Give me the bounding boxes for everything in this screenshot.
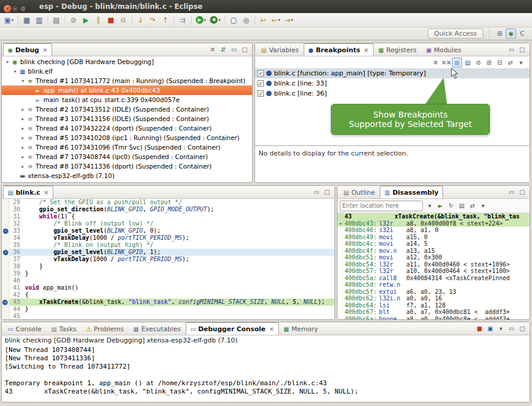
last-edit-location-button[interactable]: ↩ — [257, 14, 269, 26]
debug-tree-item[interactable]: ▸≡Thread #2 1073413512 (IDLE) (Suspended… — [2, 104, 252, 114]
debug-tree-item[interactable]: ▸≡Thread #3 1073413156 (IDLE) (Suspended… — [2, 114, 252, 123]
debug-tree-item[interactable]: ▸≡Thread #8 1073411336 (dport) (Suspende… — [2, 161, 252, 171]
maximize-view-icon[interactable]: □ — [517, 187, 527, 197]
line-number[interactable]: 40 — [9, 277, 23, 284]
tab-tasks[interactable]: ▤Tasks — [46, 322, 81, 335]
debug-perspective-button[interactable]: ◉ — [506, 28, 516, 39]
debug-view-menu-icon[interactable]: ⇵ — [218, 45, 228, 55]
debug-tree-item[interactable]: ▾▦blink.elf — [2, 66, 252, 76]
quick-access-button[interactable]: Quick Access — [428, 28, 483, 39]
disconnect-button[interactable]: ⊝ — [117, 14, 129, 26]
skip-all-breakpoints-button[interactable]: ⊘ — [68, 14, 79, 26]
resume-button[interactable]: ▶ — [80, 14, 92, 26]
line-number[interactable]: 32 — [9, 220, 23, 227]
tab-outline[interactable]: ▤Outline — [339, 186, 380, 198]
show-source-icon[interactable]: ▤ — [457, 201, 467, 211]
pin-console-icon[interactable]: ▣ — [485, 323, 495, 334]
minimize-view-icon[interactable]: ▭ — [229, 45, 239, 55]
debug-tree-item[interactable]: ▸≡Thread #7 1073408744 (ipc0) (Suspended… — [2, 152, 252, 161]
breakpoint-marker-icon[interactable]: ✓ — [3, 229, 8, 234]
link-with-debug-view-icon[interactable]: ⇄ — [505, 58, 515, 68]
console-content[interactable]: blink checking [GDB Hardware Debugging] … — [2, 335, 530, 402]
expander-closed-icon[interactable]: ▸ — [20, 135, 26, 141]
breakpoint-row[interactable]: ✓blink.c [function: app_main] [type: Tem… — [255, 68, 530, 78]
debug-tree-item[interactable]: ▸≡Thread #4 1073432224 (dport) (Suspende… — [2, 123, 252, 133]
line-number[interactable]: 33 — [9, 227, 23, 234]
disassembly-row[interactable]: 400dbc4f:mov.na13, a15 — [337, 248, 530, 255]
collapse-all-icon[interactable]: ⊟ — [495, 58, 505, 68]
tab-debugger-console[interactable]: ▭Debugger Console× — [186, 322, 279, 335]
window-maximize-button[interactable]: ▫ — [19, 5, 27, 12]
new-source-file-button[interactable]: ▢ — [228, 14, 240, 26]
close-tab-icon[interactable]: × — [269, 326, 274, 332]
expander-closed-icon[interactable]: ▸ — [20, 154, 26, 160]
terminate-button[interactable]: ■ — [105, 14, 117, 26]
goto-file-icon[interactable]: ▤ — [463, 58, 473, 68]
close-tab-icon[interactable]: × — [43, 47, 47, 53]
window-minimize-button[interactable]: – — [11, 5, 19, 12]
line-number[interactable]: 36 — [9, 249, 23, 256]
line-number[interactable]: 29 — [9, 199, 23, 206]
instruction-stepping-button[interactable]: ⇉ — [177, 14, 189, 26]
minimize-view-icon[interactable]: ▭ — [506, 45, 517, 55]
tab-registers[interactable]: ▦Registers — [374, 43, 421, 56]
disassembly-menu-icon[interactable]: ▾ — [478, 201, 488, 211]
expander-closed-icon[interactable]: ▸ — [20, 107, 26, 112]
expander-closed-icon[interactable]: ▸ — [20, 164, 26, 169]
line-number[interactable]: 42 — [9, 291, 23, 299]
disassembly-row[interactable]: 400dbc46:s32ia8, a1, 0 — [337, 227, 530, 234]
window-close-button[interactable]: × — [4, 5, 11, 12]
debug-tree-item[interactable]: ▾≡Thread #1 1073411772 (main : Running) … — [2, 76, 252, 85]
disassembly-row[interactable]: ►400dbc43:l32ra8, 0x400d00f8 <_stext+224… — [337, 220, 530, 227]
disassembly-row[interactable]: 400dbc51:movia12, 0x300 — [337, 254, 530, 261]
terminate-console-icon[interactable]: ■ — [474, 323, 485, 334]
print-button[interactable]: ▤ — [50, 14, 62, 26]
search-button[interactable]: ◎ — [240, 14, 252, 26]
tab-debug[interactable]: ◉Debug× — [3, 43, 52, 56]
minimize-view-icon[interactable]: ▭ — [311, 187, 321, 197]
expander-open-icon[interactable]: ▾ — [12, 69, 18, 74]
breakpoints-view-menu-icon[interactable]: ▾ — [516, 58, 526, 68]
line-number[interactable]: 30 — [9, 206, 23, 213]
expander-open-icon[interactable]: ▾ — [20, 78, 26, 84]
breakpoint-checkbox[interactable]: ✓ — [257, 70, 264, 77]
disassembly-row[interactable]: 400dbc4c:movia14, 5 — [337, 240, 530, 248]
line-number[interactable]: 44 — [9, 306, 23, 313]
disassembly-content[interactable]: 43 xTaskCreate(&blink_task, "blink_tas►4… — [337, 213, 530, 319]
maximize-view-icon[interactable]: □ — [240, 45, 250, 55]
expander-closed-icon[interactable]: ▸ — [20, 116, 26, 122]
maximize-view-icon[interactable]: □ — [517, 323, 527, 334]
disassembly-row[interactable]: 43 xTaskCreate(&blink_task, "blink_tas — [337, 213, 530, 220]
line-number[interactable]: 34 — [9, 234, 23, 242]
save-button[interactable]: ▦ — [21, 14, 33, 26]
goto-pc-icon[interactable]: ► — [435, 201, 445, 211]
debug-tree-item[interactable]: ▸≡Thread #5 1073410208 (ipc1 : Running) … — [2, 133, 252, 142]
tab-memory[interactable]: ▦Memory — [279, 322, 323, 335]
disassembly-row[interactable]: 400dbc62:l32i.na0, a0, 16 — [337, 295, 530, 302]
expander-closed-icon[interactable]: ▸ — [20, 145, 26, 150]
close-tab-icon[interactable]: × — [364, 47, 368, 53]
tab-problems[interactable]: ⚠Problems — [81, 322, 129, 335]
debug-tree-item[interactable]: ►main_task() at cpu_start.c:339 0x400d05… — [2, 95, 252, 104]
tab-blink-c[interactable]: ▤blink.c× — [3, 186, 53, 198]
minimize-view-icon[interactable]: ▭ — [506, 187, 517, 197]
line-number[interactable]: 41 — [9, 284, 23, 291]
disassembly-row[interactable]: 400dbc5f:extuia6, a0, 23, 13 — [337, 288, 530, 296]
open-perspective-button[interactable]: ⊞ — [495, 28, 505, 39]
expander-open-icon[interactable]: ▾ — [4, 59, 11, 65]
disassembly-row[interactable]: 400dbc5d:retw.n — [337, 281, 530, 288]
disassembly-row[interactable]: 400dbc6a:bnonea8, a0, 0x400dbc8e <__addd… — [337, 316, 530, 320]
debug-tree-item[interactable]: ▬xtensa-esp32-elf-gdb (7.10) — [2, 171, 252, 180]
location-dropdown-icon[interactable]: ▾ — [425, 201, 435, 211]
skip-all-breakpoints-icon[interactable]: ⊘ — [473, 58, 483, 68]
step-return-button[interactable]: ↑ — [160, 14, 171, 26]
disassembly-row[interactable]: 400dbc49:movia15, 0 — [337, 234, 530, 241]
line-number[interactable]: 45 — [9, 313, 23, 319]
console-view-menu-icon[interactable]: ▾ — [496, 323, 506, 334]
run-button[interactable]: ▶▾ — [194, 14, 208, 26]
disassembly-location-input[interactable] — [340, 201, 423, 211]
breakpoint-marker-icon[interactable]: ✓ — [3, 250, 8, 255]
step-into-button[interactable]: ↓ — [135, 14, 146, 26]
breakpoint-row[interactable]: ✓blink.c [line: 36] — [255, 88, 530, 99]
disassembly-row[interactable]: 400dbc57:l32ra10, 0x400d0464 <_stext+110… — [337, 268, 530, 275]
